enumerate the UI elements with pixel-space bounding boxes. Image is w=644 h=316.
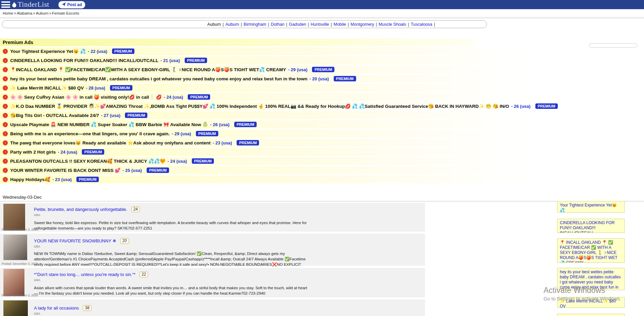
listing-row[interactable]: *"Don't stare too long… unless you're re… [0,268,425,297]
up-arrow-icon: ↑ [3,76,8,81]
age-badge: 22 [140,272,148,277]
breadcrumb-state[interactable]: Alabama [17,11,32,15]
premium-ad-row[interactable]: ↑Your Tightest Experience Yet😼 💦- 22 (us… [0,47,532,55]
premium-ad-link[interactable]: YOUR WINTER FAVORITE IS BACK DONT MISS 💕 [10,167,121,173]
breadcrumb-home[interactable]: Home [3,11,13,15]
age-badge: 38 [83,305,91,311]
premium-ad-link[interactable]: PLEASANTON OUTCALLS !! SEXY KOREAN🥰 THIC… [10,158,165,164]
city-link[interactable]: Dothan [271,22,284,27]
city-current: Auburn [207,22,221,27]
premium-ad-row[interactable]: ↑PLEASANTON OUTCALLS !! SEXY KOREAN🥰 THI… [0,157,532,165]
listing-photo[interactable] [3,235,27,260]
listing-description: Asian allure with curves that speak loud… [34,285,311,296]
post-ad-label: Post ad [67,2,82,7]
listing-country: USA [34,213,418,217]
premium-ad-link[interactable]: 📍INCALL OAKLAND 📍 ✅FACETIME/CAR✅WITH A S… [10,67,286,72]
premium-ad-link[interactable]: Upscale Playmate 🚨 NEW NUMBER 💦 Super So… [10,122,208,127]
premium-ad-row[interactable]: ↑Happy Holidays🥰- 23 (usa)PREMIUM [0,175,532,183]
listing-photo[interactable] [3,300,28,316]
listing-row[interactable]: Petite, brunette, and dangerously unforg… [0,203,425,232]
city-link[interactable]: Muscle Shoals [379,22,406,27]
city-link[interactable]: Auburn [225,22,239,27]
premium-ad-row[interactable]: ↑YOUR WINTER FAVORITE IS BACK DONT MISS … [0,166,532,174]
listing-photo[interactable] [3,269,24,296]
premium-ad-row[interactable]: ↑✨K.O Daa NUMBER 🏅 PROVIDER 🧖‍♀️✨💕AMAZIN… [0,102,532,110]
premium-ad-row[interactable]: ↑The pawg that everyone loves😼 Ready and… [0,139,532,147]
breadcrumb-category: Female Escorts [52,11,79,15]
flame-icon [12,2,17,8]
brand-logo[interactable]: TinderList [12,0,49,9]
premium-ad-link[interactable]: Happy Holidays🥰 [10,177,50,182]
listing-photo[interactable] [3,204,25,231]
up-arrow-icon: ↑ [3,49,8,54]
premium-badge: PREMIUM [112,48,134,54]
sidebar-ad-box[interactable]: 📍 INCALL OAKLAND 📍 ✅ FACETIME/CAR ✅ WITH… [557,238,625,263]
up-arrow-icon: ↑ [3,67,8,72]
premium-badge: PREMIUM [188,94,210,100]
premium-ad-link[interactable]: 😘Big Tits Girl - OUTCALL Available 24/7 [10,113,99,118]
listing-country: USA [34,278,418,282]
premium-badge: PREMIUM [192,158,214,164]
sidebar-ad-title: Your Tightest Experience Yet😼 💦 [560,203,622,213]
premium-badge: PREMIUM [234,122,257,127]
premium-section-title: Premium Ads [0,39,475,46]
sidebar-ad-box[interactable] [557,314,625,316]
premium-ad-link[interactable]: ✨K.O Daa NUMBER 🏅 PROVIDER 🧖‍♀️✨💕AMAZING… [10,103,509,109]
premium-ad-link[interactable]: Your Tightest Experience Yet😼 💦 [10,48,86,54]
premium-ad-link[interactable]: hey its your best wettes petite baby DRE… [10,76,307,81]
listing-title-link[interactable]: YOUR NEW FAVORITE SNOWBUNNY ❄ [34,238,116,243]
premium-ad-age: - 20 (usa) [309,76,329,81]
premium-ad-row[interactable]: ↑CINDERELLA LOOKING FOR FUN!!! OAKLAND!!… [0,56,532,64]
listing-row[interactable]: YOUR NEW FAVORITE SNOWBUNNY ❄20 USA NEW … [0,234,425,266]
premium-ad-row[interactable]: ↑✨ Lake Merritt INCALL✨ $80 QV- 28 (usa)… [0,84,532,92]
listing-title-link[interactable]: Petite, brunette, and dangerously unforg… [34,207,127,212]
premium-ad-age: - 24 (usa) [58,150,77,155]
scrollbar-thumb[interactable] [589,43,637,47]
city-link[interactable]: Tuscaloosa [411,22,432,27]
premium-badge: PREMIUM [76,177,99,182]
premium-ad-link[interactable]: The pawg that everyone loves😼 Ready and … [10,140,210,145]
premium-ad-link[interactable]: Party with 2 Hot girls [10,150,56,155]
premium-badge: PREMIUM [185,58,207,63]
premium-ad-row[interactable]: ↑Upscale Playmate 🚨 NEW NUMBER 💦 Super S… [0,120,532,129]
premium-ad-link[interactable]: 🌸 🌸 Sexy CuRvy Asian 🌸 🌸 in call 🍑 visit… [10,94,162,100]
premium-badge: PREMIUM [110,85,132,91]
listing-row[interactable]: A lady for all occasions38 USA [0,299,425,316]
city-link[interactable]: Birmingham [244,22,266,27]
premium-ad-age: - 25 (usa) [123,168,142,173]
sidebar-ad-box[interactable]: Your Tightest Experience Yet😼 💦 ... [557,201,625,213]
listing-title-link[interactable]: A lady for all occasions [34,305,79,311]
premium-ad-age: - 23 (usa) [52,177,72,182]
sidebar-ad-title: CINDERELLA LOOKING FOR FUN!!! OAKLAND!!!… [560,220,622,233]
premium-ad-row[interactable]: ↑😘Big Tits Girl - OUTCALL Available 24/7… [0,111,532,119]
age-badge: 20 [120,238,129,244]
post-ad-button[interactable]: Post ad [58,1,85,8]
listing-title-link[interactable]: *"Don't stare too long… unless you're re… [34,272,135,277]
premium-ad-link[interactable]: Being with me is an experience—one that … [10,131,170,136]
premium-ad-link[interactable]: CINDERELLA LOOKING FOR FUN!!! OAKLAND!!!… [10,58,159,63]
premium-ad-age: - 26 (usa) [210,122,229,127]
top-bar: TinderList Post ad [0,0,644,9]
city-link[interactable]: Mobile [333,22,346,27]
city-link[interactable]: Gadsden [289,22,306,27]
hamburger-menu-icon[interactable] [1,1,10,8]
premium-ad-row[interactable]: ↑📍INCALL OAKLAND 📍 ✅FACETIME/CAR✅WITH A … [0,65,532,74]
city-link[interactable]: Huntsville [311,22,329,27]
premium-ad-row[interactable]: ↑Being with me is an experience—one that… [0,130,532,138]
listing-posted-date: Posted: December 3, 2025 [2,262,38,265]
premium-ad-row[interactable]: ↑hey its your best wettes petite baby DR… [0,75,532,83]
up-arrow-icon: ↑ [3,95,8,100]
city-link[interactable]: Montgomery [351,22,374,27]
premium-ad-row[interactable]: ↑🌸 🌸 Sexy CuRvy Asian 🌸 🌸 in call 🍑 visi… [0,93,532,101]
premium-badge: PREMIUM [147,167,169,173]
date-header: Wednesday-03-Dec [0,193,644,201]
premium-badge: PREMIUM [535,103,558,109]
up-arrow-icon: ↑ [3,58,8,63]
listing-country: USA [34,312,418,315]
premium-ad-row[interactable]: ↑Party with 2 Hot girls- 24 (usa)PREMIUM [0,148,532,156]
breadcrumb-city[interactable]: Auburn [36,11,49,15]
premium-ad-age: - 27 (usa) [101,113,120,118]
activate-windows-text: Activate Windows [544,286,605,295]
sidebar-ad-box[interactable]: CINDERELLA LOOKING FOR FUN!!! OAKLAND!!!… [557,219,625,233]
premium-ad-link[interactable]: ✨ Lake Merritt INCALL✨ $80 QV [10,85,84,91]
